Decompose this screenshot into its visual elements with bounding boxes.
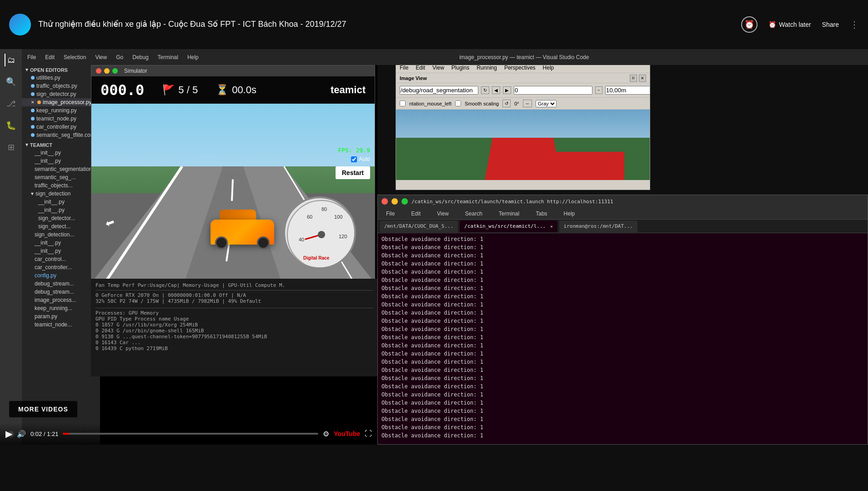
gpu-proc3: 0 9138 G ...quest-channel-token=90779561… xyxy=(95,334,373,340)
term-view-menu[interactable]: View xyxy=(432,205,453,221)
rqt-rotate90-btn[interactable]: ↺ xyxy=(502,100,511,107)
terminal-tab-3[interactable]: ironman@ros:/mnt/DAT... xyxy=(559,220,637,232)
play-button[interactable]: ▶ xyxy=(5,428,12,439)
selection-menu[interactable]: Selection xyxy=(59,49,90,65)
rqt-next-btn[interactable]: ▶ xyxy=(503,86,511,94)
settings-button[interactable]: ⚙ xyxy=(323,430,329,438)
rqt-plugins-menu[interactable]: Plugins xyxy=(452,65,469,71)
edit-menu[interactable]: Edit xyxy=(40,49,59,65)
teamict-header[interactable]: ▾ TEAMICT xyxy=(22,141,100,149)
help-menu[interactable]: Help xyxy=(183,49,203,65)
window-maximize-button[interactable] xyxy=(112,68,118,74)
file-item[interactable]: teamict_node.py xyxy=(22,115,100,123)
file-menu[interactable]: File xyxy=(23,49,40,65)
file-item[interactable]: __init__.py xyxy=(22,239,100,247)
file-item[interactable]: sign_detect... xyxy=(22,222,100,230)
file-item[interactable]: debug_stream... xyxy=(22,280,100,288)
rqt-mouse-left-checkbox[interactable] xyxy=(400,100,406,106)
term-terminal-menu[interactable]: Terminal xyxy=(494,205,524,221)
file-item[interactable]: image_process... xyxy=(22,296,100,304)
term-edit-menu[interactable]: Edit xyxy=(406,205,425,221)
file-item[interactable]: traffic_objects.py xyxy=(22,82,100,90)
rqt-topic-input[interactable] xyxy=(400,86,478,95)
file-item[interactable]: teamict_node... xyxy=(22,321,100,329)
file-item[interactable]: semantic_seg_... xyxy=(22,173,100,181)
terminal-tab-2[interactable]: /catkin_ws/src/teamict/l... ✕ xyxy=(460,220,557,232)
more-videos-button[interactable]: MORE VIDEOS xyxy=(9,401,77,417)
terminal-maximize-btn[interactable] xyxy=(401,198,408,205)
restart-button[interactable]: Restart xyxy=(336,166,370,179)
extensions-icon[interactable]: ⊞ xyxy=(5,141,17,154)
file-item[interactable]: debug_stream... xyxy=(22,288,100,296)
channel-avatar[interactable] xyxy=(9,14,31,35)
auto-checkbox-input[interactable] xyxy=(351,156,357,162)
file-item[interactable]: semantic_seg_tflite.conf xyxy=(22,131,100,139)
debug-menu[interactable]: Debug xyxy=(128,49,153,65)
rqt-zoom-out-btn[interactable]: − xyxy=(595,86,602,94)
file-item[interactable]: param.py xyxy=(22,312,100,321)
file-item[interactable]: semantic_segmentation.p... xyxy=(22,165,100,173)
rqt-rotate-input[interactable] xyxy=(514,86,592,95)
rqt-help-menu[interactable]: Help xyxy=(543,65,554,71)
term-search-menu[interactable]: Search xyxy=(461,205,487,221)
rqt-running-menu[interactable]: Running xyxy=(477,65,497,71)
file-item[interactable]: utilities.py xyxy=(22,74,100,82)
video-player[interactable]: 🗂 🔍 ⎇ 🐛 ⊞ ◉ EXPLORER ▾ OPEN EDITORS util… xyxy=(0,49,377,445)
rqt-prev-btn[interactable]: ◀ xyxy=(492,86,500,94)
term-help-menu[interactable]: Help xyxy=(559,205,580,221)
git-icon[interactable]: ⎇ xyxy=(5,97,17,110)
file-item[interactable]: __init__.py xyxy=(22,206,100,214)
term-file-menu[interactable]: File xyxy=(381,205,399,221)
file-item[interactable]: __init__.py xyxy=(22,157,100,165)
more-options-icon[interactable]: ⋮ xyxy=(850,19,859,30)
view-menu[interactable]: View xyxy=(90,49,111,65)
terminal-tab-close[interactable]: ✕ xyxy=(550,224,552,229)
file-item[interactable]: keep_running.py xyxy=(22,106,100,115)
terminal-close-btn[interactable] xyxy=(381,198,388,205)
file-item[interactable]: traffic_objects... xyxy=(22,181,100,190)
explorer-icon[interactable]: 🗂 xyxy=(5,54,17,66)
rqt-view-menu[interactable]: View xyxy=(432,65,444,71)
terminal-tab-1[interactable]: /mnt/DATA/CUOC_DUA_S... xyxy=(380,220,458,232)
clock-icon[interactable]: ⏰ xyxy=(741,16,758,33)
file-item[interactable]: sign_detection... xyxy=(22,230,100,239)
go-menu[interactable]: Go xyxy=(111,49,128,65)
file-item[interactable]: keep_running... xyxy=(22,304,100,312)
file-item[interactable]: __init__.py xyxy=(22,198,100,206)
config-file[interactable]: config.py xyxy=(22,271,100,280)
rqt-refresh-btn[interactable]: ↻ xyxy=(481,86,489,94)
window-minimize-button[interactable] xyxy=(104,68,110,74)
terminal-minimize-btn[interactable] xyxy=(391,198,398,205)
file-item[interactable]: car_controller... xyxy=(22,263,100,271)
fullscreen-button[interactable]: ⛶ xyxy=(365,430,372,438)
rqt-smooth-checkbox[interactable] xyxy=(455,100,461,106)
share-button[interactable]: Share xyxy=(822,21,839,28)
file-item[interactable]: sign_detector... xyxy=(22,214,100,222)
volume-button[interactable]: 🔊 xyxy=(17,430,26,438)
file-item[interactable]: __init__.py xyxy=(22,247,100,255)
rqt-flip-btn[interactable]: ↔ xyxy=(523,100,532,107)
window-close-button[interactable] xyxy=(96,68,101,74)
open-editors-header[interactable]: ▾ OPEN EDITORS xyxy=(22,66,100,74)
file-item[interactable]: __init__.py xyxy=(22,149,100,157)
rqt-dock-btn[interactable]: D xyxy=(630,75,637,82)
file-item[interactable]: car_control... xyxy=(22,255,100,263)
rqt-scale-input[interactable] xyxy=(605,86,650,95)
rqt-perspectives-menu[interactable]: Perspectives xyxy=(504,65,536,71)
file-item-active[interactable]: ✕ image_processor.py xyxy=(22,98,100,106)
auto-checkbox[interactable]: Auto xyxy=(351,156,370,162)
file-item[interactable]: sign_detector.py xyxy=(22,90,100,98)
rqt-plugin-close-btn[interactable]: ✕ xyxy=(639,75,646,82)
close-icon[interactable]: ✕ xyxy=(31,100,35,105)
watch-later-button[interactable]: ⏰ Watch later xyxy=(768,21,811,28)
rqt-edit-menu[interactable]: Edit xyxy=(416,65,425,71)
term-tabs-menu[interactable]: Tabs xyxy=(531,205,552,221)
file-item[interactable]: car_controller.py xyxy=(22,123,100,131)
terminal-menu[interactable]: Terminal xyxy=(153,49,183,65)
sign-detection-folder[interactable]: ▾ sign_detection xyxy=(22,190,100,198)
search-icon[interactable]: 🔍 xyxy=(5,75,17,88)
rqt-file-menu[interactable]: File xyxy=(400,65,408,71)
debug-icon[interactable]: 🐛 xyxy=(5,119,17,132)
progress-bar[interactable] xyxy=(63,433,318,435)
rqt-colormap-select[interactable]: Gray Jet xyxy=(536,100,557,107)
